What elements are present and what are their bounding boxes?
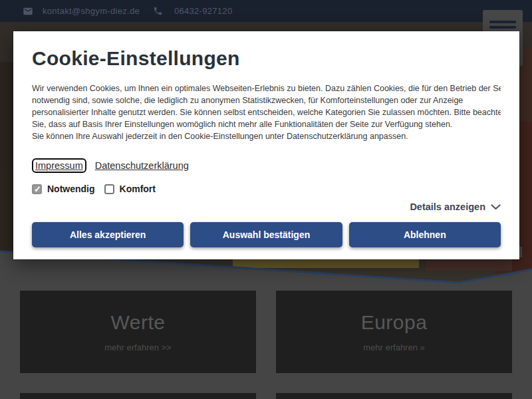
tile-partial-right[interactable] — [276, 393, 512, 399]
cookie-consent-dialog: Cookie-Einstellungen Wir verwenden Cooki… — [13, 31, 519, 259]
chevron-down-icon — [491, 201, 501, 213]
dialog-button-row: Alles akzeptieren Auswahl bestätigen Abl… — [32, 222, 501, 247]
phone-icon — [153, 6, 164, 17]
hamburger-icon — [489, 21, 516, 23]
checkbox-group-notwendig: Notwendig — [32, 184, 95, 194]
tile-europa[interactable]: Europa mehr erfahren » — [276, 291, 512, 373]
accept-all-button[interactable]: Alles akzeptieren — [32, 222, 184, 247]
dialog-checkbox-row: Notwendig Komfort — [32, 184, 501, 194]
dialog-description: Wir verwenden Cookies, um Ihnen ein opti… — [32, 82, 501, 142]
confirm-selection-button[interactable]: Auswahl bestätigen — [190, 222, 342, 247]
decline-button[interactable]: Ablehnen — [349, 222, 501, 247]
details-toggle[interactable]: Details anzeigen — [32, 201, 501, 213]
details-label: Details anzeigen — [410, 201, 485, 212]
topbar: kontakt@shgym-diez.de 06432-927120 — [0, 0, 532, 22]
notwendig-checkbox — [32, 184, 42, 194]
komfort-label: Komfort — [120, 184, 156, 194]
topbar-email-link[interactable]: kontakt@shgym-diez.de — [43, 6, 140, 16]
tile-more-link[interactable]: mehr erfahren >> — [104, 342, 171, 352]
tile-partial-left[interactable] — [20, 393, 256, 399]
checkbox-group-komfort: Komfort — [104, 184, 156, 194]
tile-title: Werte — [111, 311, 166, 334]
tile-title: Europa — [361, 311, 428, 334]
page: { "topbar": { "email": "kontakt@shgym-di… — [0, 0, 532, 399]
datenschutz-link[interactable]: Datenschutzerklärung — [95, 160, 189, 171]
tile-werte[interactable]: Werte mehr erfahren >> — [20, 291, 256, 373]
dialog-title: Cookie-Einstellungen — [32, 47, 501, 70]
topbar-phone-link[interactable]: 06432-927120 — [174, 6, 232, 16]
impressum-link[interactable]: Impressum — [32, 158, 86, 173]
tile-more-link[interactable]: mehr erfahren » — [363, 342, 425, 352]
email-icon — [23, 6, 33, 17]
dialog-links-row: Impressum Datenschutzerklärung — [32, 158, 501, 173]
notwendig-label: Notwendig — [47, 184, 95, 194]
komfort-checkbox[interactable] — [104, 184, 114, 194]
